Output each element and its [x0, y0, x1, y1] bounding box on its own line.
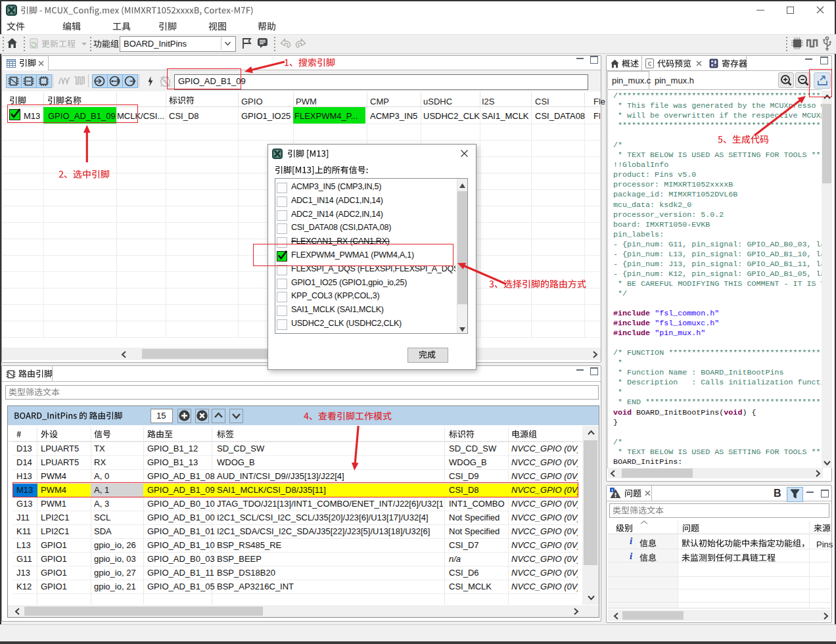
svg-text:c: c [648, 60, 651, 67]
svg-text:i: i [612, 488, 613, 492]
